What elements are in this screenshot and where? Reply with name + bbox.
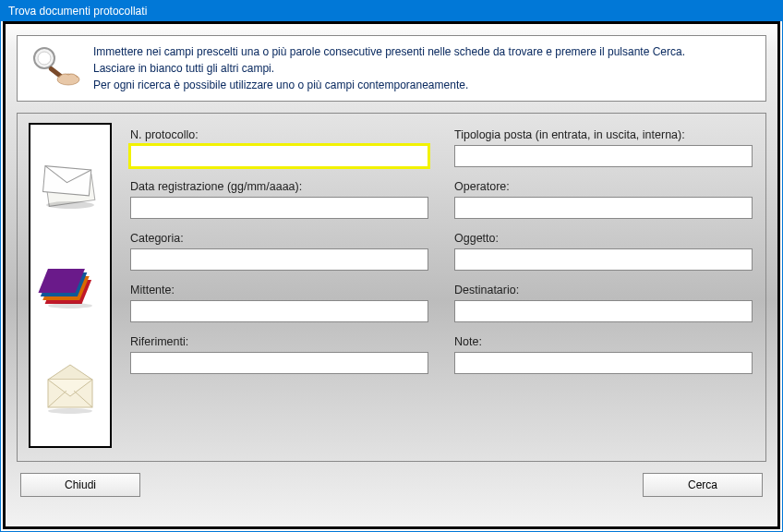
label-mittente: Mittente: bbox=[130, 284, 428, 296]
field-data-registrazione: Data registrazione (gg/mm/aaaa): bbox=[130, 180, 428, 219]
search-button[interactable]: Cerca bbox=[643, 473, 763, 497]
window-title: Trova documenti protocollati bbox=[8, 5, 147, 18]
input-n-protocollo[interactable] bbox=[130, 145, 428, 167]
input-note[interactable] bbox=[454, 352, 753, 374]
input-destinatario[interactable] bbox=[454, 300, 753, 322]
field-riferimenti: Riferimenti: bbox=[130, 335, 428, 374]
svg-point-11 bbox=[48, 303, 92, 308]
field-oggetto: Oggetto: bbox=[454, 232, 753, 271]
label-n-protocollo: N. protocollo: bbox=[130, 128, 428, 141]
open-envelope-icon bbox=[35, 353, 105, 423]
svg-rect-5 bbox=[43, 166, 91, 196]
search-dialog: Trova documenti protocollati Immettere n… bbox=[0, 0, 783, 532]
label-tipologia-posta: Tipologia posta (in entrata, in uscita, … bbox=[454, 128, 753, 141]
label-categoria: Categoria: bbox=[130, 232, 428, 245]
input-riferimenti[interactable] bbox=[130, 352, 428, 374]
label-data-registrazione: Data registrazione (gg/mm/aaaa): bbox=[130, 180, 428, 193]
input-oggetto[interactable] bbox=[454, 248, 753, 271]
button-row: Chiudi Cerca bbox=[17, 473, 766, 497]
svg-point-13 bbox=[48, 408, 92, 414]
label-note: Note: bbox=[454, 335, 753, 348]
window-body: Immettere nei campi prescelti una o più … bbox=[3, 21, 780, 529]
help-line-1: Immettere nei campi prescelti una o più … bbox=[93, 43, 685, 60]
field-categoria: Categoria: bbox=[130, 232, 428, 271]
help-text: Immettere nei campi prescelti una o più … bbox=[93, 43, 685, 93]
envelopes-stack-icon bbox=[35, 148, 105, 218]
label-operatore: Operatore: bbox=[454, 180, 753, 193]
close-button[interactable]: Chiudi bbox=[20, 473, 140, 497]
help-panel: Immettere nei campi prescelti una o più … bbox=[17, 35, 766, 102]
label-riferimenti: Riferimenti: bbox=[130, 335, 428, 348]
field-operatore: Operatore: bbox=[454, 180, 753, 219]
input-data-registrazione[interactable] bbox=[130, 197, 428, 219]
folders-icon bbox=[35, 250, 105, 320]
svg-point-6 bbox=[46, 201, 94, 209]
search-form-panel: N. protocollo: Tipologia posta (in entra… bbox=[17, 113, 766, 462]
input-tipologia-posta[interactable] bbox=[454, 145, 753, 167]
field-tipologia-posta: Tipologia posta (in entrata, in uscita, … bbox=[454, 128, 753, 167]
label-destinatario: Destinatario: bbox=[454, 284, 753, 296]
form-grid: N. protocollo: Tipologia posta (in entra… bbox=[130, 123, 753, 448]
titlebar[interactable]: Trova documenti protocollati bbox=[1, 1, 782, 21]
field-n-protocollo: N. protocollo: bbox=[130, 128, 428, 167]
help-line-3: Per ogni ricerca è possibile utilizzare … bbox=[93, 77, 685, 93]
field-mittente: Mittente: bbox=[130, 284, 428, 322]
label-oggetto: Oggetto: bbox=[454, 232, 753, 245]
svg-point-1 bbox=[38, 52, 51, 65]
field-destinatario: Destinatario: bbox=[454, 284, 753, 322]
input-operatore[interactable] bbox=[454, 197, 753, 219]
input-categoria[interactable] bbox=[130, 248, 428, 271]
field-note: Note: bbox=[454, 335, 753, 374]
help-line-2: Lasciare in bianco tutti gli altri campi… bbox=[93, 60, 685, 77]
magnifier-icon bbox=[27, 43, 82, 88]
input-mittente[interactable] bbox=[130, 300, 428, 322]
icon-column bbox=[29, 123, 112, 448]
